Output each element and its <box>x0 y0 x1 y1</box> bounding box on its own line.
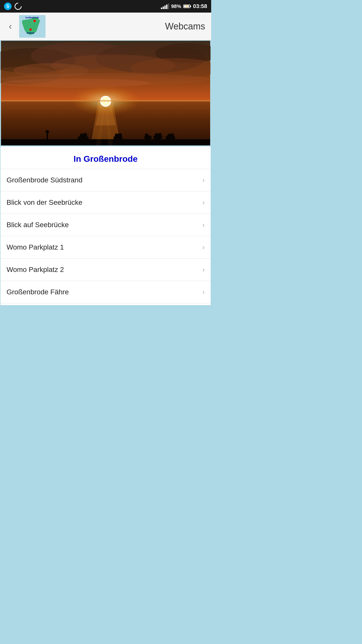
svg-point-3 <box>33 20 36 22</box>
back-button[interactable]: ‹ <box>4 20 17 33</box>
svg-text:Dahme: Dahme <box>27 31 34 34</box>
svg-point-40 <box>155 133 158 137</box>
section-title: In Großenbrode <box>1 146 211 169</box>
list-item[interactable]: Blick von der Seebrücke › <box>1 191 211 214</box>
toolbar-title: Webcams <box>48 21 207 32</box>
list-item-label: Blick von der Seebrücke <box>7 198 82 207</box>
svg-point-38 <box>145 133 148 137</box>
back-icon: ‹ <box>9 21 12 32</box>
list-item[interactable]: Womo Parkplatz 1 › <box>1 236 211 258</box>
list-item-label: Womo Parkplatz 1 <box>7 243 64 251</box>
list-item-label: Großenbrode Südstrand <box>7 176 82 184</box>
signal-bar-1 <box>161 8 162 9</box>
signal-bar-3 <box>164 6 166 9</box>
refresh-icon <box>13 1 23 11</box>
signal-bar-4 <box>166 5 167 9</box>
signal-bar-2 <box>163 7 164 9</box>
list-item[interactable]: Großenbrode Südstrand › <box>1 169 211 191</box>
signal-icon <box>161 4 169 9</box>
list-item[interactable]: Womo Parkplatz 2 › <box>1 258 211 281</box>
list-item-label: Womo Parkplatz 2 <box>7 266 64 274</box>
status-right-icons: 98% ⚡ 03:58 <box>161 3 207 10</box>
svg-text:Großenbrode: Großenbrode <box>25 16 39 19</box>
bottom-area <box>0 306 211 356</box>
chevron-right-icon: › <box>202 221 205 229</box>
status-bar: S 98% ⚡ 03:58 <box>0 0 211 13</box>
list-item[interactable]: Blick auf Seebrücke › <box>1 214 211 236</box>
chevron-right-icon: › <box>202 176 205 184</box>
skype-icon: S <box>4 3 12 10</box>
battery-percent: 98% <box>171 4 181 9</box>
svg-point-44 <box>171 133 174 137</box>
svg-rect-28 <box>1 100 210 102</box>
svg-point-43 <box>167 134 171 137</box>
svg-point-33 <box>83 133 87 137</box>
chevron-right-icon: › <box>202 243 205 251</box>
battery-icon: ⚡ <box>183 5 191 8</box>
chevron-right-icon: › <box>202 288 205 296</box>
map-svg: Großenbrode Dahme <box>20 16 45 37</box>
list-item[interactable]: Großenbrode Fähre › <box>1 281 211 303</box>
svg-point-30 <box>46 130 49 134</box>
svg-point-4 <box>29 28 32 31</box>
sunset-svg <box>1 41 211 145</box>
main-hero-image <box>0 40 211 146</box>
signal-bar-5 <box>168 4 169 9</box>
svg-point-41 <box>158 133 162 136</box>
content-area: In Großenbrode Großenbrode Südstrand › B… <box>0 146 211 306</box>
list-bottom-border <box>1 303 211 305</box>
svg-point-17 <box>1 79 150 88</box>
map-thumbnail[interactable]: Großenbrode Dahme <box>19 15 46 38</box>
status-left-icons: S <box>4 3 22 10</box>
toolbar: ‹ Großenbrode Dahme Webcams <box>0 13 211 40</box>
svg-point-36 <box>118 133 122 137</box>
chevron-right-icon: › <box>202 198 205 207</box>
list-item-label: Großenbrode Fähre <box>7 288 69 296</box>
chevron-right-icon: › <box>202 266 205 274</box>
svg-rect-45 <box>1 139 210 145</box>
clock: 03:58 <box>193 3 207 10</box>
list-item-label: Blick auf Seebrücke <box>7 221 69 229</box>
